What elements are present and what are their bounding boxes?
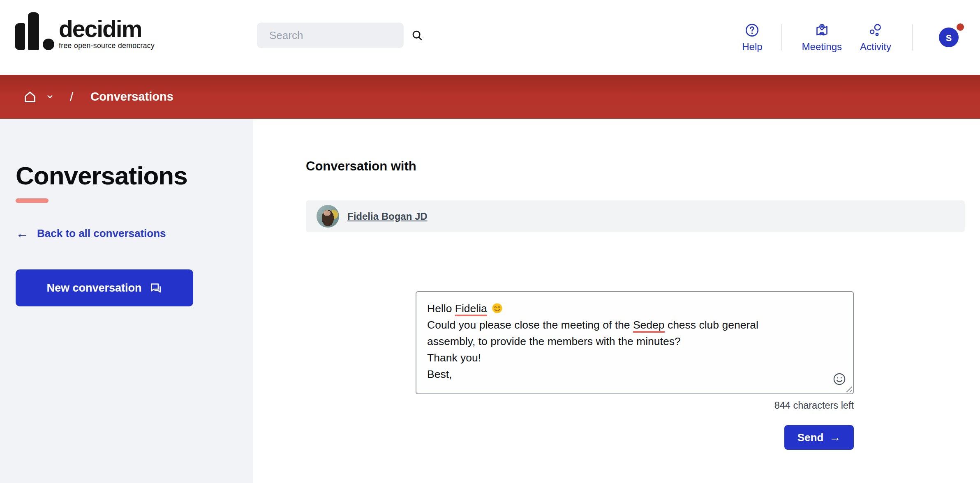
nav-item-activity[interactable]: Activity	[860, 23, 891, 53]
nav-item-help[interactable]: Help	[742, 23, 762, 53]
message-line: Hello Fidelia	[427, 300, 842, 317]
avatar-initial: s	[939, 28, 959, 47]
notification-dot	[957, 23, 964, 31]
new-conversation-button[interactable]: New conversation	[16, 269, 193, 306]
meetings-icon	[814, 23, 830, 38]
message-textarea[interactable]: Hello Fidelia Could you please close the…	[416, 291, 854, 394]
send-button[interactable]: Send →	[784, 425, 854, 450]
misspelled-word: Fidelia	[455, 302, 487, 316]
search-icon	[411, 29, 423, 41]
emoji-picker-icon	[832, 372, 846, 386]
breadcrumb-current: Conversations	[90, 90, 173, 104]
back-arrow-icon: ←	[16, 227, 29, 240]
send-label: Send	[797, 431, 824, 444]
sidebar: Conversations ← Back to all conversation…	[0, 119, 253, 483]
participant-avatar	[317, 205, 339, 228]
message-composer: Hello Fidelia Could you please close the…	[416, 291, 854, 450]
chat-bubbles-icon	[149, 281, 162, 294]
chevron-down-icon	[46, 93, 53, 100]
header-nav: Help Meetings Activity s	[742, 0, 959, 75]
smiling-face-emoji	[491, 302, 503, 314]
search-input[interactable]	[257, 29, 407, 42]
back-to-conversations-link[interactable]: ← Back to all conversations	[16, 227, 166, 240]
search-box	[257, 23, 404, 48]
breadcrumb-dropdown-toggle[interactable]	[46, 93, 53, 100]
page-title: Conversations	[16, 163, 253, 189]
home-icon	[23, 90, 37, 104]
message-line: Best,	[427, 366, 842, 382]
logo-wordmark: decidim	[59, 19, 155, 39]
user-avatar[interactable]: s	[939, 28, 959, 47]
nav-label-meetings: Meetings	[802, 41, 842, 53]
send-arrow-icon: →	[829, 431, 841, 444]
nav-divider	[912, 24, 913, 51]
logo-tagline: free open-source democracy	[59, 41, 155, 50]
message-line: assembly, to provide the members with th…	[427, 333, 842, 350]
misspelled-word: Sedep	[633, 319, 665, 333]
breadcrumb: / Conversations	[0, 75, 980, 119]
nav-item-meetings[interactable]: Meetings	[802, 23, 842, 53]
help-icon	[744, 23, 760, 38]
search-button[interactable]	[407, 29, 434, 41]
top-header: decidim free open-source democracy Help	[0, 0, 980, 75]
message-line: Thank you!	[427, 350, 842, 366]
back-link-label: Back to all conversations	[37, 227, 166, 240]
characters-left-counter: 844 characters left	[416, 400, 854, 411]
message-line: Could you please close the meeting of th…	[427, 317, 842, 333]
decidim-logo-mark	[15, 12, 54, 50]
nav-label-activity: Activity	[860, 41, 891, 53]
decidim-logo[interactable]: decidim free open-source democracy	[15, 12, 155, 50]
participant-name-link[interactable]: Fidelia Bogan JD	[347, 211, 428, 222]
nav-divider	[781, 24, 782, 51]
nav-label-help: Help	[742, 41, 762, 53]
title-underline-accent	[16, 198, 49, 203]
participant-row[interactable]: Fidelia Bogan JD	[306, 200, 965, 232]
emoji-picker-button[interactable]	[832, 372, 846, 386]
new-conversation-label: New conversation	[46, 282, 141, 294]
main-content: Conversation with Fidelia Bogan JD Hello…	[253, 119, 980, 483]
breadcrumb-separator: /	[70, 90, 73, 104]
conversation-with-heading: Conversation with	[306, 159, 416, 174]
breadcrumb-home-link[interactable]	[23, 90, 37, 104]
activity-icon	[868, 23, 883, 38]
